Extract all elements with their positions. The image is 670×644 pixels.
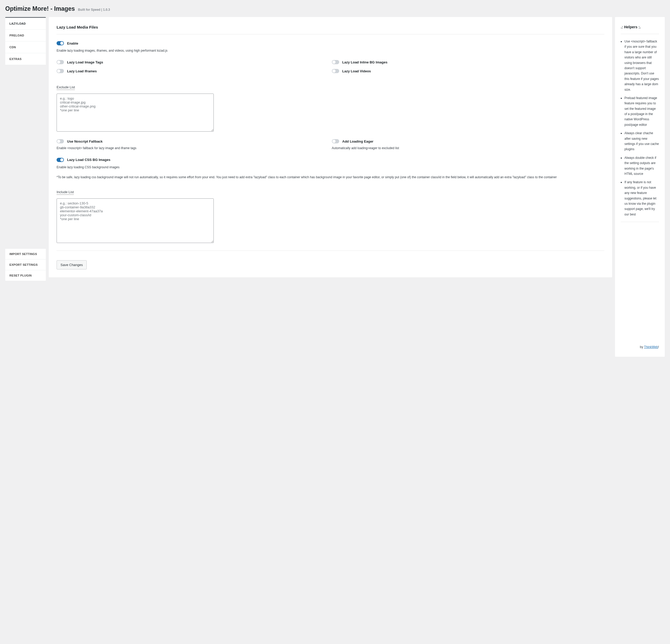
helper-item: Always double check if the setting outpu… <box>625 155 659 177</box>
cssbg-toggle[interactable] <box>57 158 64 162</box>
helpers-panel: .: Helpers :. Use <noscript> fallback if… <box>615 17 665 357</box>
thinkweb-link[interactable]: ThinkWeb <box>644 345 658 349</box>
lazy-iframes-label: Lazy Load Iframes <box>67 69 97 73</box>
enable-label: Enable <box>67 41 78 45</box>
export-settings-link[interactable]: EXPORT SETTINGS <box>5 260 46 270</box>
lazy-inline-bg-label: Lazy Load Inline BG Images <box>342 60 388 64</box>
helper-item: Preload featured image feature requires … <box>625 95 659 127</box>
reset-plugin-link[interactable]: RESET PLUGIN <box>5 270 46 281</box>
eager-label: Add Loading Eager <box>342 140 374 143</box>
exclude-textarea[interactable] <box>57 94 214 132</box>
divider <box>621 222 659 222</box>
lazy-videos-toggle[interactable] <box>332 69 339 73</box>
save-button[interactable]: Save Changes <box>57 260 87 270</box>
exclude-heading: Exclude List <box>57 85 75 90</box>
noscript-desc: Enable <noscript> fallback for lazy imag… <box>57 145 329 151</box>
page-heading: Optimize More! - Images Built for Speed … <box>5 5 665 12</box>
enable-toggle[interactable] <box>57 41 64 45</box>
cssbg-note: *To be safe, lazy loading css background… <box>57 174 604 180</box>
tab-extras[interactable]: EXTRAS <box>5 53 46 65</box>
tab-lazyload[interactable]: LAZYLOAD <box>5 18 46 30</box>
noscript-toggle[interactable] <box>57 139 64 143</box>
cssbg-label: Lazy Load CSS BG Images <box>67 158 110 162</box>
enable-desc: Enable lazy loading images, iframes, and… <box>57 48 604 53</box>
lazy-videos-label: Lazy Load Videos <box>342 69 371 73</box>
helpers-footer: by ThinkWeb! <box>621 345 659 349</box>
lazy-image-tags-toggle[interactable] <box>57 60 64 64</box>
page-title: Optimize More! - Images <box>5 5 75 12</box>
import-settings-link[interactable]: IMPORT SETTINGS <box>5 249 46 260</box>
cssbg-desc: Enable lazy loading CSS background image… <box>57 165 604 170</box>
page-tagline: Built for Speed | 1.0.3 <box>78 8 110 12</box>
eager-toggle[interactable] <box>332 139 339 143</box>
lazy-image-tags-label: Lazy Load Image Tags <box>67 60 103 64</box>
admin-links: IMPORT SETTINGS EXPORT SETTINGS RESET PL… <box>5 249 46 281</box>
settings-panel: Lazy Load Media Files Enable Enable lazy… <box>49 17 612 277</box>
helpers-title: .: Helpers :. <box>621 25 659 29</box>
helpers-list: Use <noscript> fallback if you are sure … <box>621 39 659 217</box>
lazy-inline-bg-toggle[interactable] <box>332 60 339 64</box>
footer-prefix: by <box>640 345 644 349</box>
include-heading: Include List <box>57 190 74 195</box>
lazy-iframes-toggle[interactable] <box>57 69 64 73</box>
include-textarea[interactable] <box>57 198 214 243</box>
footer-suffix: ! <box>658 345 659 349</box>
helper-item: Use <noscript> fallback if you are sure … <box>625 39 659 92</box>
section-title: Lazy Load Media Files <box>57 25 604 29</box>
helper-item: Always clear chache after saving new set… <box>625 131 659 152</box>
settings-tabs: LAZYLOAD PRELOAD CDN EXTRAS <box>5 17 46 65</box>
eager-desc: Automatically add loading=eager to exclu… <box>332 145 604 151</box>
tab-preload[interactable]: PRELOAD <box>5 30 46 41</box>
divider <box>621 34 659 34</box>
helper-item: If any feature is not working, or if you… <box>625 180 659 217</box>
noscript-label: Use Noscript Fallback <box>67 140 103 143</box>
tab-cdn[interactable]: CDN <box>5 41 46 53</box>
